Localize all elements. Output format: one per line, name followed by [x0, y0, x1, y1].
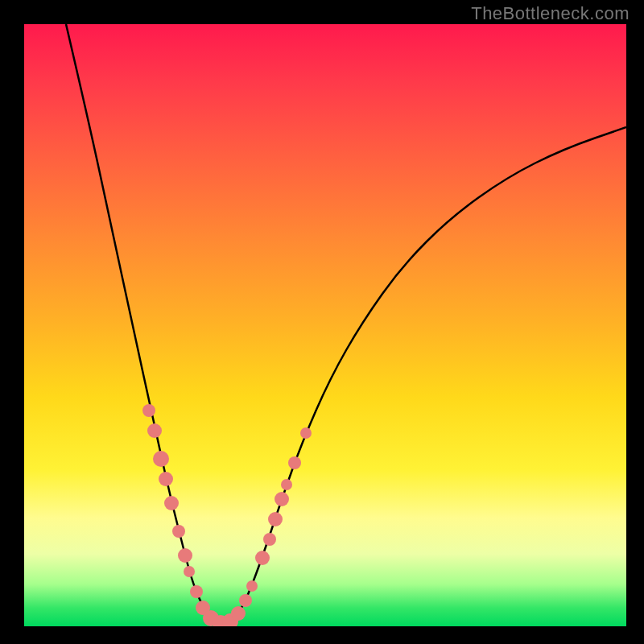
data-marker: [190, 585, 203, 598]
data-marker: [172, 525, 185, 538]
data-marker: [275, 492, 289, 506]
data-marker: [288, 456, 301, 469]
data-marker: [268, 512, 283, 526]
data-marker: [153, 451, 169, 467]
data-marker: [231, 606, 246, 621]
data-marker: [239, 594, 252, 607]
data-marker: [147, 423, 162, 438]
data-marker: [159, 472, 173, 486]
data-marker: [184, 566, 195, 577]
bottleneck-curve: [66, 24, 626, 622]
data-marker: [178, 548, 192, 563]
watermark-text: TheBottleneck.com: [471, 3, 630, 24]
data-marker: [142, 404, 155, 417]
data-marker: [255, 551, 270, 565]
plot-area: [24, 24, 626, 626]
data-markers: [142, 404, 312, 626]
data-marker: [263, 533, 276, 546]
data-marker: [246, 580, 258, 592]
data-marker: [281, 479, 292, 490]
chart-frame: TheBottleneck.com: [0, 0, 644, 644]
data-marker: [300, 427, 312, 439]
data-marker: [164, 496, 179, 510]
chart-svg: [24, 24, 626, 626]
